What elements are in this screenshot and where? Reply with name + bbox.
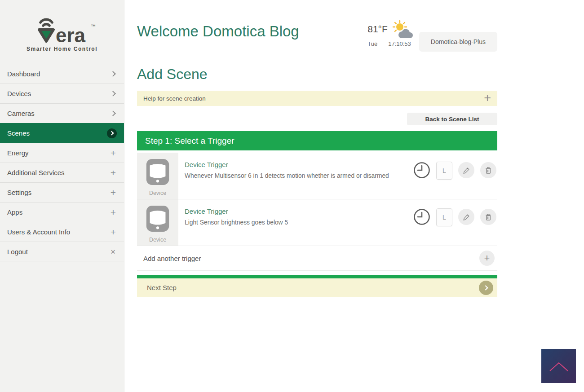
device-tile-label: Device — [149, 190, 166, 196]
chevron-right-icon — [110, 91, 116, 97]
schedule-clock-button[interactable] — [413, 208, 430, 225]
edit-trigger-button[interactable] — [458, 162, 474, 178]
trigger-actions: L — [413, 199, 497, 246]
page-title: Add Scene — [137, 66, 497, 83]
sidebar: era ™ Smarter Home Control Dashboard Dev… — [0, 0, 124, 392]
plus-icon: + — [111, 148, 116, 158]
delete-trigger-button[interactable] — [480, 209, 496, 225]
pencil-icon — [463, 167, 470, 174]
vera-logo-icon: era ™ — [26, 13, 98, 45]
clock-time: 17:10:53 — [388, 40, 411, 47]
close-icon: × — [111, 247, 115, 256]
delete-trigger-button[interactable] — [480, 162, 496, 178]
next-step-label: Next Step — [147, 284, 479, 291]
status-cluster: 81°F — [367, 20, 497, 52]
svg-text:era: era — [56, 24, 86, 45]
back-to-scene-list-button[interactable]: Back to Scene List — [407, 113, 497, 125]
app-window: era ™ Smarter Home Control Dashboard Dev… — [0, 0, 584, 392]
device-tile: Device — [137, 153, 178, 199]
luup-button[interactable]: L — [436, 162, 452, 180]
sidebar-item-users-account-info[interactable]: Users & Account Info + — [0, 222, 124, 242]
trigger-row: Device Device Trigger Light Sensor brigh… — [137, 199, 497, 246]
device-icon — [145, 205, 170, 233]
schedule-clock-button[interactable] — [413, 162, 430, 179]
sidebar-item-dashboard[interactable]: Dashboard — [0, 64, 124, 84]
chevron-right-icon — [110, 110, 116, 116]
svg-text:™: ™ — [91, 23, 96, 29]
add-trigger-row: Add another trigger + — [137, 246, 497, 271]
step-title: Step 1: Select a Trigger — [145, 136, 234, 146]
welcome-title: Welcome Domotica Blog — [137, 23, 303, 40]
sidebar-item-scenes[interactable]: Scenes — [0, 123, 124, 143]
help-bar[interactable]: Help for scene creation + — [137, 91, 497, 106]
controller-select-button[interactable]: Domotica-blog-Plus — [419, 32, 497, 52]
trigger-row: Device Device Trigger Whenever Multisens… — [137, 153, 497, 199]
weather-block: 81°F — [367, 20, 414, 47]
chevron-right-icon — [110, 71, 116, 77]
pencil-icon — [463, 213, 470, 221]
trigger-description: Light Sensor brightness goes below 5 — [185, 219, 409, 226]
trash-icon — [485, 213, 492, 221]
page-header: Welcome Domotica Blog 81°F — [137, 0, 497, 65]
expand-help-plus-icon[interactable]: + — [484, 93, 491, 103]
sidebar-item-logout[interactable]: Logout × — [0, 242, 124, 261]
trigger-title-link[interactable]: Device Trigger — [185, 161, 409, 168]
luup-button[interactable]: L — [436, 208, 452, 226]
trash-icon — [485, 167, 492, 174]
sidebar-item-additional-services[interactable]: Additional Services + — [0, 163, 124, 182]
trigger-title-link[interactable]: Device Trigger — [185, 207, 409, 215]
plus-icon: + — [111, 188, 116, 197]
step-header: Step 1: Select a Trigger — [137, 131, 497, 150]
add-trigger-label: Add another trigger — [143, 255, 479, 262]
main-area: Welcome Domotica Blog 81°F — [124, 0, 584, 392]
help-label: Help for scene creation — [143, 95, 484, 102]
partly-cloudy-icon — [391, 20, 414, 39]
sidebar-nav: Dashboard Devices Cameras Scenes Energy … — [0, 64, 124, 261]
sidebar-item-devices[interactable]: Devices — [0, 84, 124, 103]
next-step-button[interactable] — [479, 281, 493, 295]
edit-trigger-button[interactable] — [458, 209, 474, 225]
plus-icon: + — [111, 227, 116, 237]
sidebar-item-cameras[interactable]: Cameras — [0, 103, 124, 123]
clock-icon — [413, 162, 430, 179]
vera-logo: era ™ Smarter Home Control — [0, 0, 124, 59]
logo-tagline: Smarter Home Control — [27, 46, 97, 52]
chevron-right-circle-icon — [107, 128, 117, 138]
sidebar-item-settings[interactable]: Settings + — [0, 182, 124, 202]
device-tile-label: Device — [149, 237, 166, 243]
trigger-actions: L — [413, 153, 497, 199]
sidebar-item-apps[interactable]: Apps + — [0, 202, 124, 222]
device-icon — [145, 158, 170, 186]
chevron-up-icon — [547, 360, 571, 372]
temperature-value: 81°F — [367, 24, 388, 35]
next-step-bar[interactable]: Next Step — [137, 278, 497, 297]
step-progress-bar — [137, 275, 497, 278]
clock-icon — [413, 208, 430, 225]
add-trigger-plus-button[interactable]: + — [479, 251, 495, 266]
scroll-to-top-button[interactable] — [541, 349, 576, 383]
trigger-description: Whenever Multisensor 6 in 1 detects moti… — [185, 172, 409, 179]
weekday-label: Tue — [367, 40, 377, 47]
chevron-right-icon — [483, 285, 488, 290]
sidebar-item-energy[interactable]: Energy + — [0, 143, 124, 163]
plus-icon: + — [111, 168, 116, 177]
device-tile: Device — [137, 199, 178, 246]
plus-icon: + — [111, 207, 116, 217]
